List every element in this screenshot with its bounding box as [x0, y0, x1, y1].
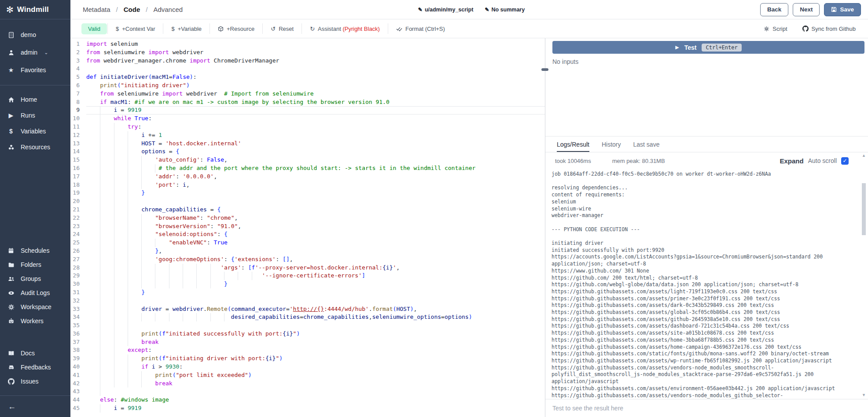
code-line[interactable]: 24"selenoid:options": {	[70, 230, 545, 239]
code-line[interactable]: 8if macM1: #if we are on mac m1 -> custo…	[70, 98, 545, 107]
code-line[interactable]: 14options = {	[70, 148, 545, 156]
collapse-sidebar-button[interactable]: ←	[8, 402, 16, 411]
inputs-area: No inputs	[545, 54, 868, 136]
logs-output[interactable]: job 01864aff-22dd-cf40-f0c5-0ec8e9b50c70…	[545, 169, 868, 399]
code-line[interactable]: 32	[70, 297, 545, 305]
line-number: 43	[70, 387, 86, 396]
code-line[interactable]: 12i += 1	[70, 131, 545, 140]
code-line[interactable]: 34desired_capabilities=chrome_capabiliti…	[70, 313, 545, 321]
save-button[interactable]: Save	[824, 3, 861, 16]
sidebar-item-variables[interactable]: $ Variables	[0, 123, 70, 139]
code-line[interactable]: 36print(f"initiated successfully with po…	[70, 330, 545, 338]
code-line[interactable]: 15'auto_config': False,	[70, 156, 545, 164]
add-variable-button[interactable]: $ +Variable	[164, 26, 209, 32]
code-line[interactable]: 4	[70, 65, 545, 73]
reset-button[interactable]: ↺ Reset	[263, 26, 301, 32]
code-line[interactable]: 10while True:	[70, 114, 545, 123]
panel-resize-handle[interactable]	[541, 68, 548, 71]
code-line[interactable]: 6print("initiating driver")	[70, 81, 545, 90]
sidebar-item-user-admin[interactable]: admin ⌄	[0, 44, 70, 61]
tab-code[interactable]: Code	[124, 6, 140, 13]
code-line[interactable]: 27'goog:chromeOptions': {'extensions': […	[70, 255, 545, 264]
code-line[interactable]: 33driver = webdriver.Remote(command_exec…	[70, 305, 545, 314]
code-line[interactable]: 21chrome_capabilities = {	[70, 206, 545, 214]
sidebar-item-docs[interactable]: Docs	[0, 346, 70, 360]
code-line[interactable]: 5def initiateDriver(macM1=False):	[70, 73, 545, 81]
code-line[interactable]: 9i = 9919	[70, 106, 545, 114]
add-resource-button[interactable]: +Resource	[210, 26, 262, 32]
line-number: 7	[70, 90, 86, 98]
sidebar-item-workspace-demo[interactable]: demo	[0, 26, 70, 44]
script-path[interactable]: ✎u/admin/my_script	[418, 7, 474, 13]
code-line[interactable]: 43	[70, 387, 545, 396]
sidebar-item-groups[interactable]: Groups	[0, 272, 70, 286]
scroll-up-icon[interactable]: ▲	[861, 153, 867, 158]
format-button[interactable]: Format (Ctrl+S)	[389, 26, 452, 32]
code-line[interactable]: 42break	[70, 380, 545, 388]
tab-metadata[interactable]: Metadata	[83, 6, 110, 13]
code-line[interactable]: 30}	[70, 280, 545, 288]
code-line[interactable]: 39print(f"initiating driver with port:{i…	[70, 354, 545, 363]
sidebar-item-audit-logs[interactable]: Audit Logs	[0, 286, 70, 300]
code-line[interactable]: 17'addr': '0.0.0.0',	[70, 173, 545, 181]
code-line[interactable]: 25"enableVNC": True	[70, 239, 545, 247]
expand-button[interactable]: Expand	[780, 157, 803, 165]
code-line[interactable]: 41print("port limit exceeded")	[70, 371, 545, 380]
sidebar-item-workers[interactable]: Workers	[0, 314, 70, 328]
code-line[interactable]: 13HOST = 'host.docker.internal'	[70, 140, 545, 148]
sync-github-button[interactable]: Sync from Github	[802, 26, 856, 32]
sidebar-item-folders[interactable]: Folders	[0, 258, 70, 272]
sidebar-item-runs[interactable]: ▶ Runs	[0, 107, 70, 123]
sidebar-item-schedules[interactable]: Schedules	[0, 244, 70, 258]
code-line[interactable]: 1import selenium	[70, 40, 545, 48]
line-number: 9	[70, 106, 86, 114]
code-line[interactable]: 22"browserName": "chrome",	[70, 214, 545, 222]
box-icon	[218, 26, 224, 32]
code-line[interactable]: 44else: #windows image	[70, 396, 545, 404]
log-line: https://github.githubassets.com/assets/g…	[552, 316, 855, 323]
code-line[interactable]: 16# the addr and the port where the prox…	[70, 164, 545, 173]
code-line[interactable]: 37break	[70, 338, 545, 347]
line-number: 28	[70, 264, 86, 272]
tab-logs-result[interactable]: Logs/Result	[557, 137, 589, 152]
code-line[interactable]: 40if i > 9930:	[70, 363, 545, 371]
code-line[interactable]: 7from seleniumwire import webdriver # Im…	[70, 90, 545, 98]
sidebar-item-resources[interactable]: Resources	[0, 139, 70, 155]
logs-scrollbar[interactable]: ▲ ▼	[861, 153, 867, 397]
windmill-logo[interactable]: ✻ Windmill	[0, 0, 70, 19]
code-line[interactable]: 3from webdriver_manager.chrome import Ch…	[70, 57, 545, 65]
code-line[interactable]: 23"browserVersion": "91.0",	[70, 222, 545, 231]
sidebar-item-issues[interactable]: Issues	[0, 374, 70, 388]
tab-history[interactable]: History	[602, 137, 621, 152]
tab-advanced[interactable]: Advanced	[153, 6, 183, 13]
sidebar-item-favorites[interactable]: ★ Favorites	[0, 61, 70, 79]
next-button[interactable]: Next	[793, 3, 820, 16]
code-line[interactable]: 38except:	[70, 346, 545, 354]
code-line[interactable]: 2from seleniumwire import webdriver	[70, 48, 545, 57]
sidebar-item-workspace-settings[interactable]: Workspace	[0, 300, 70, 314]
code-line[interactable]: 18'port': i,	[70, 181, 545, 189]
autoscroll-checkbox[interactable]: ✓	[841, 157, 849, 165]
code-line[interactable]: 26},	[70, 247, 545, 255]
sidebar-item-feedbacks[interactable]: Feedbacks	[0, 360, 70, 374]
line-number: 31	[70, 288, 86, 297]
script-summary[interactable]: ✎No summary	[485, 7, 525, 13]
assistant-button[interactable]: ↻ Assistant (Pyright Black)	[302, 26, 387, 32]
test-button[interactable]: ▶ Test Ctrl+Enter	[552, 41, 864, 54]
code-line[interactable]: 45i = 9919	[70, 404, 545, 413]
code-line[interactable]: 20	[70, 197, 545, 206]
code-line[interactable]: 35	[70, 321, 545, 330]
code-line[interactable]: 11try:	[70, 123, 545, 131]
scrollbar-thumb[interactable]	[862, 183, 866, 235]
code-editor[interactable]: 1import selenium2from seleniumwire impor…	[70, 38, 545, 417]
code-line[interactable]: 28'args': [f'--proxy-server=host.docker.…	[70, 264, 545, 272]
add-context-var-button[interactable]: $ +Context Var	[108, 26, 163, 32]
back-button[interactable]: Back	[760, 3, 788, 16]
code-line[interactable]: 29'--ignore-certificate-errors']	[70, 272, 545, 280]
sidebar-item-home[interactable]: Home	[0, 92, 70, 107]
script-kind-button[interactable]: Script	[764, 26, 787, 32]
code-line[interactable]: 19}	[70, 189, 545, 197]
tab-last-save[interactable]: Last save	[633, 137, 660, 152]
code-line[interactable]: 31}	[70, 288, 545, 297]
scroll-down-icon[interactable]: ▼	[861, 393, 867, 397]
